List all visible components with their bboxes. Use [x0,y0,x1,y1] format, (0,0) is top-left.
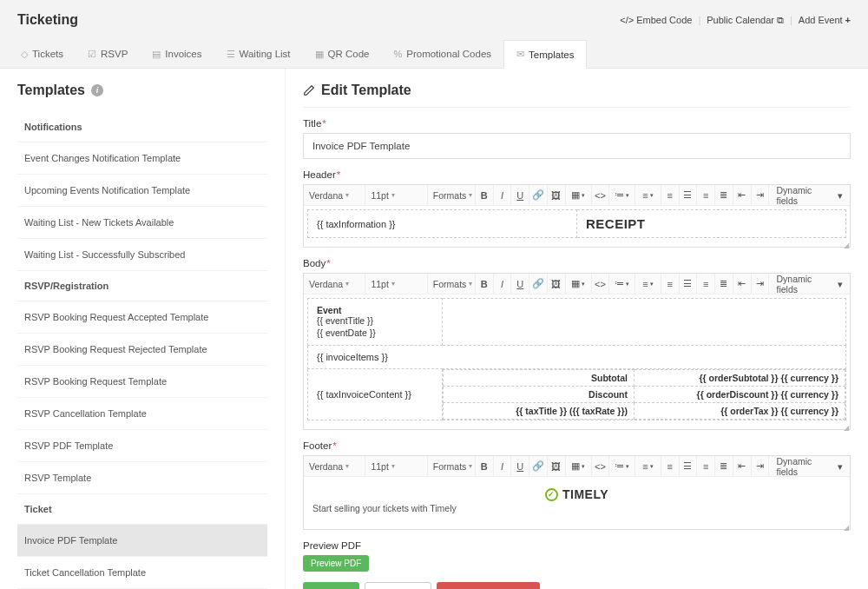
public-calendar-link[interactable]: Public Calendar ⧉ [707,15,784,26]
tab-tickets[interactable]: ◇Tickets [9,40,76,68]
size-select[interactable]: 11pt▾ [365,274,427,294]
underline-button[interactable]: U [511,274,529,294]
font-select[interactable]: Verdana▾ [304,185,365,205]
bullet-button[interactable]: ≔▾ [609,185,635,205]
bold-button[interactable]: B [476,456,494,476]
align-right-button[interactable]: ≡ [697,456,715,476]
formats-select[interactable]: Formats▾ [428,185,476,205]
table-button[interactable]: ▦▾ [566,274,592,294]
align-right-button[interactable]: ≡ [697,274,715,294]
sidebar-item-rsvp-request[interactable]: RSVP Booking Request Template [17,366,267,398]
align-left-button[interactable]: ≡ [661,456,680,476]
table-button[interactable]: ▦▾ [566,456,592,476]
sidebar-item-rsvp-rejected[interactable]: RSVP Booking Request Rejected Template [17,334,267,366]
font-select[interactable]: Verdana▾ [304,274,365,294]
size-select[interactable]: 11pt▾ [365,456,427,476]
formats-select[interactable]: Formats▾ [428,456,476,476]
sidebar-item-ticket-cancel[interactable]: Ticket Cancellation Template [17,557,267,589]
link-button[interactable]: 🔗 [529,185,548,205]
sidebar-item-waiting-new[interactable]: Waiting List - New Tickets Available [17,207,267,239]
sidebar-item-upcoming-events[interactable]: Upcoming Events Notification Template [17,175,267,207]
align-center-button[interactable]: ☰ [680,456,698,476]
sidebar-item-rsvp-cancel[interactable]: RSVP Cancellation Template [17,398,267,430]
restore-default-button[interactable]: ↻ Restore Default [437,582,540,589]
label-body: Body [303,258,326,268]
font-select[interactable]: Verdana▾ [304,456,365,476]
image-button[interactable]: 🖼 [548,185,566,205]
table-button[interactable]: ▦▾ [566,185,592,205]
sidebar-item-rsvp-pdf[interactable]: RSVP PDF Template [17,430,267,462]
sidebar-item-waiting-subscribed[interactable]: Waiting List - Successfully Subscribed [17,239,267,271]
link-button[interactable]: 🔗 [529,456,548,476]
image-button[interactable]: 🖼 [548,456,566,476]
tab-qr[interactable]: ▦QR Code [303,40,382,68]
add-event-link[interactable]: Add Event + [799,15,851,25]
code-button[interactable]: <> [592,274,610,294]
footer-editor-body[interactable]: ✓ TIMELY Start selling your tickets with… [304,477,850,524]
underline-button[interactable]: U [511,456,529,476]
title-input[interactable] [303,133,851,159]
numlist-button[interactable]: ≡▾ [635,185,661,205]
header-cell-receipt[interactable]: RECEIPT [577,210,846,238]
indent-button[interactable]: ⇥ [752,456,770,476]
align-justify-button[interactable]: ≣ [715,185,733,205]
outdent-button[interactable]: ⇤ [733,456,752,476]
dynamic-fields-select[interactable]: Dynamic fields▾ [770,456,851,476]
size-select[interactable]: 11pt▾ [365,185,427,205]
header-editor-body[interactable]: {{ taxInformation }} RECEIPT [304,206,850,242]
tab-promo[interactable]: %Promotional Codes [381,40,503,68]
resize-handle[interactable] [304,524,850,529]
align-justify-button[interactable]: ≣ [715,274,733,294]
tab-waiting[interactable]: ☰Waiting List [214,40,303,68]
body-cell-event[interactable]: Event {{ eventTitle }} {{ eventDate }} [308,299,443,346]
bullet-button[interactable]: ≔▾ [609,274,635,294]
italic-button[interactable]: I [494,456,512,476]
outdent-button[interactable]: ⇤ [733,185,752,205]
bold-button[interactable]: B [476,274,494,294]
indent-button[interactable]: ⇥ [752,274,770,294]
resize-handle[interactable] [304,424,850,429]
body-cell-items[interactable]: {{ invoiceItems }} [308,346,846,369]
save-button[interactable]: ✓ Save [303,582,359,589]
align-left-button[interactable]: ≡ [661,274,680,294]
align-right-button[interactable]: ≡ [697,185,715,205]
italic-button[interactable]: I [494,185,512,205]
align-center-button[interactable]: ☰ [680,185,698,205]
sidebar-item-invoice-pdf[interactable]: Invoice PDF Template [17,525,267,557]
numlist-button[interactable]: ≡▾ [635,274,661,294]
link-button[interactable]: 🔗 [529,274,548,294]
sidebar-item-event-changes[interactable]: Event Changes Notification Template [17,142,267,175]
bold-button[interactable]: B [476,185,494,205]
numlist-button[interactable]: ≡▾ [635,456,661,476]
image-button[interactable]: 🖼 [548,274,566,294]
sidebar-item-rsvp-template[interactable]: RSVP Template [17,462,267,494]
align-left-button[interactable]: ≡ [661,185,680,205]
formats-select[interactable]: Formats▾ [428,274,476,294]
info-icon[interactable]: i [91,84,103,96]
italic-button[interactable]: I [494,274,512,294]
tab-rsvp[interactable]: ☑RSVP [76,40,140,68]
code-button[interactable]: <> [592,456,610,476]
align-center-button[interactable]: ☰ [680,274,698,294]
body-cell-taxinv[interactable]: {{ taxInvoiceContent }} [308,369,443,420]
header-cell-tax[interactable]: {{ taxInformation }} [308,210,577,238]
body-cell-empty[interactable] [443,299,846,346]
body-editor-body[interactable]: Event {{ eventTitle }} {{ eventDate }} {… [304,294,850,424]
align-justify-button[interactable]: ≣ [715,456,733,476]
footer-toolbar: Verdana▾ 11pt▾ Formats▾ B I U 🔗 🖼 ▦▾ <> … [304,456,850,477]
embed-code-link[interactable]: </> Embed Code [620,15,692,25]
underline-button[interactable]: U [511,185,529,205]
body-cell-totals[interactable]: Subtotal{{ orderSubtotal }} {{ currency … [443,369,846,420]
bullet-button[interactable]: ≔▾ [609,456,635,476]
indent-button[interactable]: ⇥ [752,185,770,205]
dynamic-fields-select[interactable]: Dynamic fields▾ [770,185,851,205]
preview-pdf-button[interactable]: Preview PDF [303,555,369,572]
dynamic-fields-select[interactable]: Dynamic fields▾ [770,274,851,294]
code-button[interactable]: <> [592,185,610,205]
tab-templates[interactable]: ✉Templates [503,40,587,69]
cancel-button[interactable]: ✕ Cancel [365,582,431,589]
tab-invoices[interactable]: ▤Invoices [140,40,214,68]
resize-handle[interactable] [304,242,850,247]
sidebar-item-rsvp-accepted[interactable]: RSVP Booking Request Accepted Template [17,301,267,334]
outdent-button[interactable]: ⇤ [733,274,752,294]
